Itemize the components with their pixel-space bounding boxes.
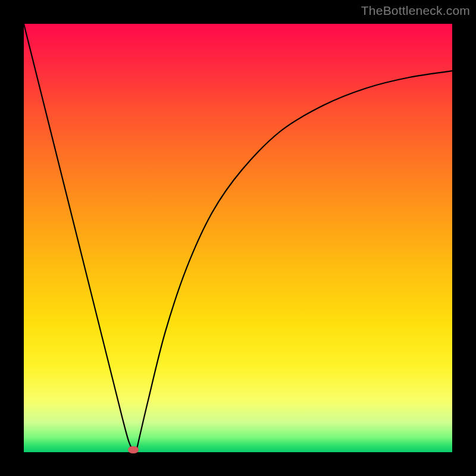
plot-area bbox=[24, 24, 452, 452]
bottleneck-curve bbox=[24, 24, 452, 452]
minimum-marker bbox=[128, 446, 139, 453]
curve-right-branch bbox=[136, 71, 452, 452]
watermark-text: TheBottleneck.com bbox=[361, 4, 470, 18]
curve-left-branch bbox=[24, 24, 136, 452]
chart-frame: TheBottleneck.com bbox=[0, 0, 476, 476]
